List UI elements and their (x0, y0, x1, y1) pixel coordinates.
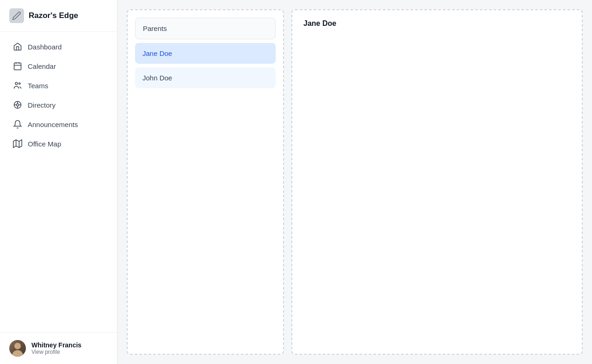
sidebar-item-dashboard[interactable]: Dashboard (4, 37, 113, 56)
sidebar-item-label: Office Map (28, 140, 61, 148)
map-icon (13, 139, 22, 148)
list-item-label: Parents (143, 24, 167, 32)
avatar (9, 340, 26, 357)
sidebar-item-calendar[interactable]: Calendar (4, 57, 113, 75)
footer-user-info: Whitney Francis View profile (31, 341, 81, 355)
svg-marker-12 (13, 140, 22, 148)
footer-user-name: Whitney Francis (31, 341, 81, 349)
svg-rect-0 (14, 63, 21, 70)
user-profile-footer[interactable]: Whitney Francis View profile (0, 332, 117, 364)
sidebar-item-label: Teams (28, 82, 48, 90)
view-profile-link[interactable]: View profile (31, 349, 81, 355)
left-panel: Parents Jane Doe John Doe (127, 9, 284, 355)
svg-point-5 (19, 83, 20, 84)
sidebar-item-label: Dashboard (28, 43, 62, 51)
list-item-label: Jane Doe (142, 49, 172, 57)
sidebar-nav: Dashboard Calendar (0, 32, 117, 332)
sidebar-item-label: Calendar (28, 62, 56, 70)
users-icon (13, 81, 22, 90)
list-item-label: John Doe (142, 74, 172, 82)
right-panel-title: Jane Doe (303, 19, 336, 27)
sidebar-item-office-map[interactable]: Office Map (4, 134, 113, 153)
sidebar-item-label: Announcements (28, 121, 78, 128)
right-panel: Jane Doe (291, 9, 583, 355)
announcements-icon (13, 120, 22, 129)
directory-icon (13, 100, 22, 109)
list-item-john-doe[interactable]: John Doe (135, 67, 276, 88)
list-item-parents[interactable]: Parents (135, 18, 276, 39)
home-icon (13, 42, 22, 51)
sidebar-item-directory[interactable]: Directory (4, 96, 113, 114)
list-item-jane-doe[interactable]: Jane Doe (135, 43, 276, 64)
sidebar: Razor's Edge Dashboard Cal (0, 0, 117, 364)
app-name: Razor's Edge (29, 11, 78, 20)
main-content: Parents Jane Doe John Doe Jane Doe (117, 0, 592, 364)
app-logo[interactable]: Razor's Edge (0, 0, 117, 32)
calendar-icon (13, 61, 22, 71)
sidebar-item-label: Directory (28, 101, 56, 109)
svg-point-4 (15, 82, 18, 85)
sidebar-item-teams[interactable]: Teams (4, 76, 113, 95)
svg-point-7 (17, 104, 19, 106)
logo-icon (9, 8, 24, 23)
sidebar-item-announcements[interactable]: Announcements (4, 115, 113, 133)
